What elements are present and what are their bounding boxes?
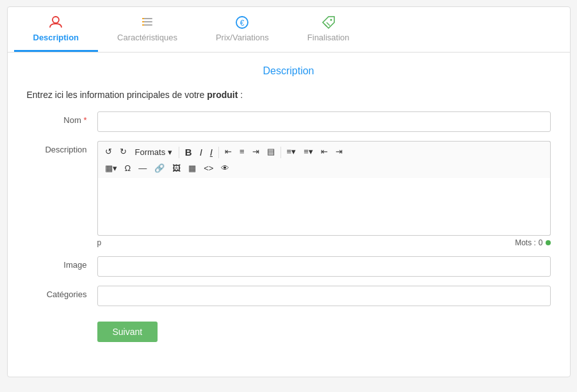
code-button[interactable]: <> [200, 161, 216, 176]
word-count: Mots : 0 [515, 238, 550, 247]
image-label: Image [27, 256, 97, 270]
ordered-list-button[interactable]: ≡▾ [300, 145, 316, 159]
divider-1 [179, 147, 179, 158]
svg-rect-4 [142, 18, 144, 19]
toolbar-row-1: ↺ ↻ Formats ▾ B I I ⇤ [102, 144, 546, 160]
redo-button[interactable]: ↻ [117, 145, 130, 159]
bold-button[interactable]: B [182, 144, 195, 160]
categories-label: Catégories [27, 286, 97, 299]
svg-rect-6 [142, 24, 144, 26]
svg-rect-5 [142, 21, 144, 22]
editor-wrapper: ↺ ↻ Formats ▾ B I I ⇤ [97, 141, 551, 247]
nom-label: Nom * [27, 111, 97, 125]
tab-bar: Description Caractéristiques [8, 7, 570, 53]
description-row: Description ↺ ↻ Formats ▾ B I [27, 141, 551, 247]
suivant-button[interactable]: Suivant [97, 322, 158, 342]
italic-button[interactable]: I [197, 144, 206, 160]
svg-point-0 [53, 17, 59, 23]
preview-button[interactable]: 👁 [218, 161, 232, 176]
categories-row: Catégories [27, 286, 551, 306]
undo-button[interactable]: ↺ [102, 145, 115, 159]
tab-description-label: Description [33, 33, 79, 42]
person-icon [47, 15, 65, 30]
tab-finalisation-label: Finalisation [307, 33, 350, 42]
formats-button[interactable]: Formats ▾ [131, 146, 176, 158]
editor-area[interactable] [97, 178, 551, 236]
tab-prix-variations-label: Prix/Variations [216, 33, 269, 42]
intro-text: Entrez ici les information principales d… [27, 90, 551, 100]
indent-button[interactable]: ⇥ [332, 145, 346, 159]
nom-required: * [83, 115, 86, 125]
divider-2 [218, 147, 219, 158]
word-count-label: Mots : [515, 238, 536, 247]
euro-icon: € [233, 15, 251, 30]
outdent-button[interactable]: ⇤ [318, 145, 331, 159]
insert-image-button[interactable]: 🖼 [169, 161, 184, 176]
nom-row: Nom * [27, 111, 551, 132]
tab-caracteristiques-label: Caractéristiques [117, 33, 177, 42]
media-button[interactable]: ▦ [185, 161, 199, 176]
divider-3 [280, 147, 281, 158]
align-center-button[interactable]: ≡ [236, 145, 248, 159]
list-icon [138, 15, 156, 30]
link-button[interactable]: 🔗 [151, 161, 168, 176]
tab-finalisation[interactable]: Finalisation [288, 7, 369, 52]
special-chars-button[interactable]: Ω [122, 161, 134, 176]
tab-prix-variations[interactable]: € Prix/Variations [197, 7, 288, 52]
word-count-dot [546, 240, 551, 245]
categories-input[interactable] [97, 286, 551, 306]
nom-input[interactable] [97, 111, 551, 132]
editor-toolbar: ↺ ↻ Formats ▾ B I I ⇤ [97, 141, 551, 178]
image-row: Image [27, 256, 551, 277]
italic-underline-button[interactable]: I [207, 144, 216, 160]
table-button[interactable]: ▦▾ [102, 161, 120, 176]
tab-content: Description Entrez ici les information p… [8, 53, 570, 364]
align-left-button[interactable]: ⇤ [222, 145, 235, 159]
editor-footer: p Mots : 0 [97, 238, 551, 247]
product-form-card: Description Caractéristiques [7, 6, 571, 377]
button-row: Suivant [27, 315, 551, 342]
align-justify-button[interactable]: ▤ [264, 145, 278, 159]
tab-description[interactable]: Description [14, 7, 99, 52]
description-label: Description [27, 141, 97, 154]
section-title: Description [27, 65, 551, 77]
toolbar-row-2: ▦▾ Ω — 🔗 🖼 ▦ <> 👁 [102, 161, 546, 176]
hr-button[interactable]: — [135, 161, 150, 176]
word-count-value: 0 [539, 238, 543, 247]
image-input[interactable] [97, 256, 551, 277]
align-right-button[interactable]: ⇥ [249, 145, 263, 159]
unordered-list-button[interactable]: ≡▾ [284, 145, 300, 159]
svg-text:€: € [240, 19, 245, 28]
svg-point-9 [330, 19, 332, 21]
paragraph-marker: p [97, 238, 102, 247]
tab-caracteristiques[interactable]: Caractéristiques [98, 7, 197, 52]
tag-icon [320, 15, 337, 30]
